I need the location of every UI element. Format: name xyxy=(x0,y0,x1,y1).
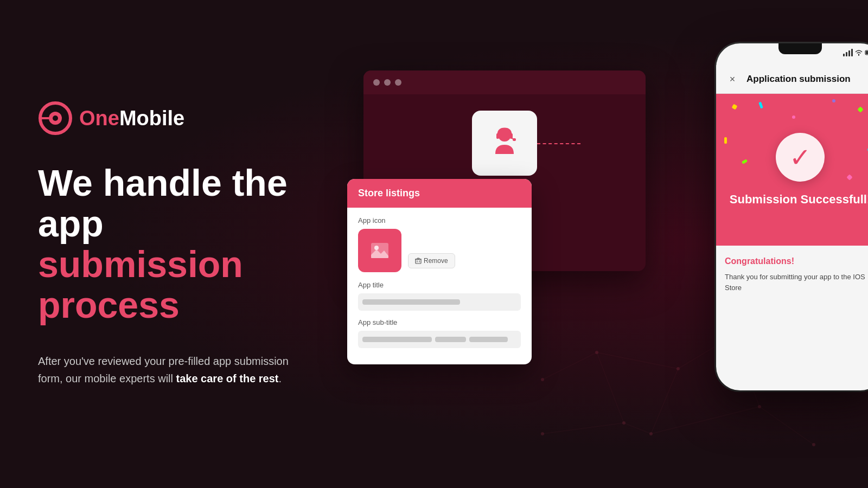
description: After you've reviewed your pre-filled ap… xyxy=(38,352,298,387)
confetti-10 xyxy=(846,174,852,180)
checkmark-symbol: ✓ xyxy=(789,142,811,172)
app-subtitle-label: App sub-title xyxy=(358,318,521,326)
remove-button[interactable]: Remove xyxy=(408,253,455,268)
confetti-6 xyxy=(832,99,835,102)
headline-line1: We handle the app xyxy=(38,163,298,244)
phone-status-bar xyxy=(843,49,868,56)
app-icon-box xyxy=(358,229,401,272)
wifi-icon xyxy=(855,49,863,56)
subtitle-row xyxy=(358,331,521,348)
connector-line xyxy=(537,143,580,144)
remove-label: Remove xyxy=(424,257,448,265)
confetti-1 xyxy=(732,104,738,110)
phone-mockup: × Application submission xyxy=(716,43,868,390)
browser-dot-1 xyxy=(373,79,380,86)
svg-rect-32 xyxy=(416,259,421,264)
browser-titlebar xyxy=(363,70,646,94)
confetti-4 xyxy=(857,106,863,112)
logo: One Mobile xyxy=(38,101,298,136)
description-bold: take care of the rest xyxy=(176,373,279,384)
content-wrapper: One Mobile We handle the app submission … xyxy=(0,0,868,488)
description-end: . xyxy=(279,373,282,384)
agent-box xyxy=(472,111,537,176)
app-icon-section: Remove xyxy=(358,229,521,272)
phone-notch-area xyxy=(716,43,868,65)
logo-mobile: Mobile xyxy=(119,107,184,130)
logo-text: One Mobile xyxy=(79,107,184,130)
phone-title: Application submission xyxy=(746,74,851,85)
close-button[interactable]: × xyxy=(725,72,740,87)
confetti-2 xyxy=(758,102,763,109)
logo-one: One xyxy=(79,107,119,130)
confetti-9 xyxy=(742,159,748,164)
logo-icon xyxy=(38,101,73,136)
success-text: Submission Successfull! xyxy=(730,192,868,207)
success-body: Congratulations! Thank you for submittin… xyxy=(716,246,868,304)
signal-bars xyxy=(843,49,853,56)
congrats-text: Thank you for submitting your app to the… xyxy=(725,272,868,293)
svg-rect-26 xyxy=(496,133,499,139)
app-title-label: App title xyxy=(358,281,521,289)
svg-point-23 xyxy=(53,115,58,121)
store-card-body: App icon xyxy=(347,208,532,364)
browser-dot-2 xyxy=(384,79,391,86)
congrats-body-text: Thank you for submitting your app to the… xyxy=(725,273,865,292)
success-area: ✓ Submission Successfull! xyxy=(716,94,868,246)
phone-header: × Application submission xyxy=(716,65,868,94)
confetti-7 xyxy=(724,137,727,144)
store-card: Store listings App icon xyxy=(347,179,532,364)
svg-rect-29 xyxy=(513,138,516,141)
checkmark-circle: ✓ xyxy=(776,133,825,182)
congrats-title: Congratulations! xyxy=(725,256,868,266)
agent-icon xyxy=(486,124,524,162)
app-title-field[interactable] xyxy=(358,293,521,311)
app-icon-label: App icon xyxy=(358,216,521,224)
svg-rect-36 xyxy=(417,258,419,259)
svg-point-31 xyxy=(374,246,379,250)
left-panel: One Mobile We handle the app submission … xyxy=(0,0,336,488)
headline: We handle the app submission process xyxy=(38,163,298,325)
store-card-header: Store listings xyxy=(347,179,532,208)
browser-content xyxy=(363,94,646,192)
svg-rect-39 xyxy=(866,51,868,54)
app-subtitle-field[interactable] xyxy=(358,331,521,348)
confetti-3 xyxy=(792,115,795,119)
trash-icon xyxy=(415,258,422,264)
right-panel: Store listings App icon xyxy=(336,0,868,488)
image-placeholder-icon xyxy=(369,240,391,261)
phone-screen: × Application submission xyxy=(716,65,868,390)
store-card-title: Store listings xyxy=(358,188,420,198)
close-icon: × xyxy=(730,74,736,85)
headline-line2: submission process xyxy=(38,244,298,325)
browser-dot-3 xyxy=(395,79,401,86)
battery-icon xyxy=(865,49,868,56)
